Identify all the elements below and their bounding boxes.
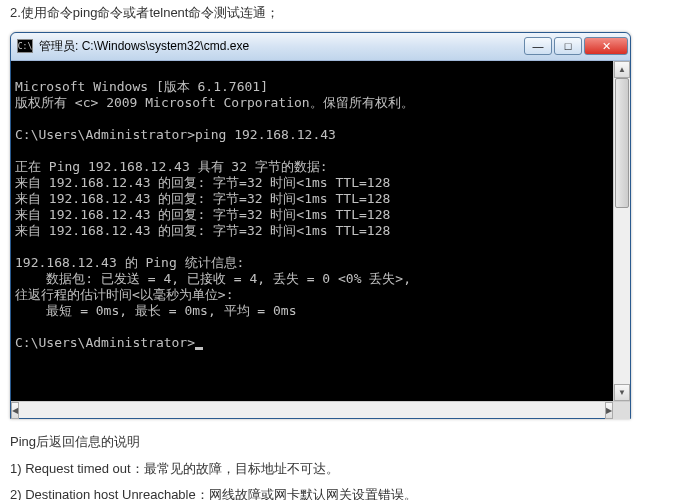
scroll-track-v[interactable] xyxy=(614,78,630,384)
cmd-line: 来自 192.168.12.43 的回复: 字节=32 时间<1ms TTL=1… xyxy=(15,207,390,222)
window-buttons: — □ ✕ xyxy=(522,37,628,55)
cmd-window: C:\ 管理员: C:\Windows\system32\cmd.exe — □… xyxy=(10,32,631,419)
cmd-line: 数据包: 已发送 = 4, 已接收 = 4, 丢失 = 0 <0% 丢失>, xyxy=(15,271,411,286)
horizontal-scrollbar[interactable]: ◀ ▶ xyxy=(11,401,630,418)
scroll-track-h[interactable] xyxy=(19,402,605,418)
maximize-button[interactable]: □ xyxy=(554,37,582,55)
scroll-thumb-v[interactable] xyxy=(615,78,629,208)
cmd-icon: C:\ xyxy=(17,39,33,53)
cmd-line: 版权所有 <c> 2009 Microsoft Corporation。保留所有… xyxy=(15,95,414,110)
title-bar[interactable]: C:\ 管理员: C:\Windows\system32\cmd.exe — □… xyxy=(11,33,630,61)
cmd-line: 来自 192.168.12.43 的回复: 字节=32 时间<1ms TTL=1… xyxy=(15,175,390,190)
cmd-line: 往返行程的估计时间<以毫秒为单位>: xyxy=(15,287,233,302)
cmd-line: Microsoft Windows [版本 6.1.7601] xyxy=(15,79,268,94)
scroll-corner xyxy=(613,402,630,419)
cmd-terminal[interactable]: Microsoft Windows [版本 6.1.7601] 版权所有 <c>… xyxy=(11,61,613,401)
ping-info-title: Ping后返回信息的说明 xyxy=(0,429,673,456)
cmd-prompt: C:\Users\Administrator> xyxy=(15,335,203,350)
cmd-line: 最短 = 0ms, 最长 = 0ms, 平均 = 0ms xyxy=(15,303,297,318)
cmd-line: 来自 192.168.12.43 的回复: 字节=32 时间<1ms TTL=1… xyxy=(15,223,390,238)
doc-step-2: 2.使用命令ping命令或者telnent命令测试连通； xyxy=(0,0,673,27)
scroll-left-button[interactable]: ◀ xyxy=(11,402,19,419)
cmd-prompt-text: C:\Users\Administrator> xyxy=(15,335,195,350)
scroll-right-button[interactable]: ▶ xyxy=(605,402,613,419)
cmd-line: 正在 Ping 192.168.12.43 具有 32 字节的数据: xyxy=(15,159,328,174)
title-prefix: 管理员: xyxy=(39,39,82,53)
ping-note-2: 2) Destination host Unreachable：网线故障或网卡默… xyxy=(0,482,673,500)
vertical-scrollbar[interactable]: ▲ ▼ xyxy=(613,61,630,401)
window-title: 管理员: C:\Windows\system32\cmd.exe xyxy=(39,38,522,55)
cmd-line: C:\Users\Administrator>ping 192.168.12.4… xyxy=(15,127,336,142)
scroll-down-button[interactable]: ▼ xyxy=(614,384,630,401)
cmd-line: 来自 192.168.12.43 的回复: 字节=32 时间<1ms TTL=1… xyxy=(15,191,390,206)
cmd-body-wrap: Microsoft Windows [版本 6.1.7601] 版权所有 <c>… xyxy=(11,61,630,401)
ping-note-1: 1) Request timed out：最常见的故障，目标地址不可达。 xyxy=(0,456,673,483)
title-path: C:\Windows\system32\cmd.exe xyxy=(82,39,249,53)
close-button[interactable]: ✕ xyxy=(584,37,628,55)
cmd-window-wrapper: C:\ 管理员: C:\Windows\system32\cmd.exe — □… xyxy=(10,32,663,419)
cursor-icon xyxy=(195,347,203,350)
cmd-line: 192.168.12.43 的 Ping 统计信息: xyxy=(15,255,244,270)
scroll-up-button[interactable]: ▲ xyxy=(614,61,630,78)
minimize-button[interactable]: — xyxy=(524,37,552,55)
